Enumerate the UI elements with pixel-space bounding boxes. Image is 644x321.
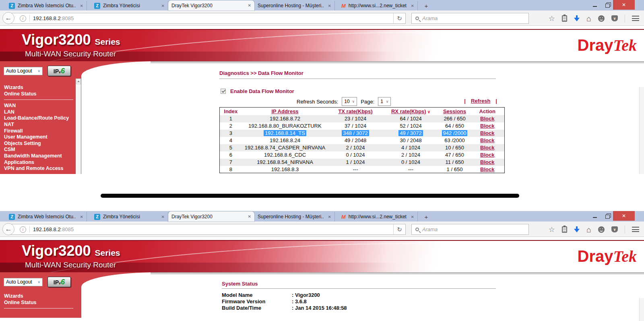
tab-close-icon[interactable] bbox=[328, 4, 331, 8]
status-field: Model Name : Vigor3200 bbox=[222, 292, 347, 298]
sidebar-item-online-status[interactable]: Online Status bbox=[4, 300, 76, 306]
sidebar-item-load-balance[interactable]: Load-Balance/Route Policy bbox=[4, 115, 76, 122]
restore-button[interactable] bbox=[601, 211, 613, 221]
hello-icon[interactable] bbox=[598, 226, 605, 233]
new-tab-button[interactable]: + bbox=[421, 212, 431, 221]
downloads-icon[interactable] bbox=[574, 15, 580, 22]
close-button[interactable] bbox=[613, 0, 635, 10]
block-link[interactable]: Block bbox=[480, 152, 494, 158]
auto-logout-select[interactable]: Auto Logout bbox=[4, 67, 43, 75]
restore-button[interactable] bbox=[601, 0, 613, 10]
url-bar[interactable]: 192.168.8.2:8085 bbox=[9, 224, 406, 235]
tab-zimbra-web[interactable]: Z Zimbra Web İstemcisi Otu... bbox=[6, 212, 87, 222]
tab-close-icon[interactable] bbox=[248, 214, 251, 219]
block-link[interactable]: Block bbox=[480, 145, 494, 151]
enable-monitor-checkbox[interactable] bbox=[221, 89, 226, 94]
col-sessions[interactable]: Sessions bbox=[439, 108, 471, 115]
tab-draytek-active[interactable]: DrayTek Vigor3200 bbox=[168, 211, 254, 222]
back-button[interactable] bbox=[2, 12, 14, 24]
tab-draytek-active[interactable]: DrayTek Vigor3200 bbox=[168, 0, 254, 10]
sidebar-item-lan[interactable]: LAN bbox=[4, 109, 76, 116]
ipv6-button[interactable]: IPv6 bbox=[47, 277, 71, 287]
block-link[interactable]: Block bbox=[480, 137, 494, 143]
refresh-seconds-select[interactable]: 10 bbox=[342, 97, 357, 106]
info-icon[interactable] bbox=[20, 226, 26, 233]
info-icon[interactable] bbox=[20, 15, 26, 22]
search-input[interactable]: Arama bbox=[411, 224, 529, 235]
bookmark-star-icon[interactable] bbox=[549, 226, 555, 233]
block-link[interactable]: Block bbox=[480, 130, 494, 136]
bookmarks-list-icon[interactable] bbox=[562, 15, 567, 22]
bookmark-star-icon[interactable] bbox=[549, 15, 555, 22]
tab-zimbra-admin[interactable]: Z Zimbra Yöneticisi bbox=[91, 1, 168, 10]
downloads-icon[interactable] bbox=[574, 226, 580, 233]
hamburger-menu-icon[interactable] bbox=[632, 227, 639, 232]
minimize-button[interactable] bbox=[589, 211, 601, 221]
pocket-icon[interactable] bbox=[611, 15, 618, 21]
tab-new-ticket[interactable]: M http://www.si...2.new_ticket bbox=[338, 212, 418, 222]
url-text[interactable]: 192.168.8.2:8085 bbox=[33, 226, 393, 232]
page-select[interactable]: 1 bbox=[378, 97, 391, 106]
home-icon[interactable] bbox=[586, 226, 591, 234]
minimize-button[interactable] bbox=[589, 0, 601, 10]
block-link[interactable]: Block bbox=[480, 159, 494, 165]
col-tx[interactable]: TX rate(Kbps) bbox=[328, 108, 383, 115]
col-rx[interactable]: RX rate(Kbps) bbox=[383, 108, 439, 115]
tab-zimbra-web[interactable]: Z Zimbra Web İstemcisi Otu... bbox=[6, 1, 87, 10]
tab-close-icon[interactable] bbox=[161, 215, 165, 219]
tab-superonline[interactable]: Superonline Hosting - Müşteri... bbox=[254, 212, 335, 222]
url-text[interactable]: 192.168.8.2:8085 bbox=[33, 15, 393, 21]
sidebar-item-online-status[interactable]: Online Status bbox=[4, 91, 76, 97]
sidebar-item-csm[interactable]: CSM bbox=[4, 147, 76, 153]
nav-toolbar: 192.168.8.2:8085 Arama bbox=[0, 10, 644, 26]
bookmarks-list-icon[interactable] bbox=[562, 226, 567, 233]
sidebar-item-firewall[interactable]: Firewall bbox=[4, 128, 76, 135]
sidebar-item-bandwidth-management[interactable]: Bandwidth Management bbox=[4, 153, 76, 159]
tab-close-icon[interactable] bbox=[248, 3, 251, 8]
sidebar-item-nat[interactable]: NAT bbox=[4, 122, 76, 128]
field-label: Model Name bbox=[222, 292, 292, 298]
pocket-icon[interactable] bbox=[611, 226, 618, 232]
tab-close-icon[interactable] bbox=[411, 4, 414, 8]
new-tab-button[interactable]: + bbox=[421, 1, 431, 10]
window-scrollbar[interactable] bbox=[639, 298, 644, 321]
reload-icon[interactable] bbox=[393, 224, 405, 234]
sidebar-item-vpn[interactable]: VPN and Remote Access bbox=[4, 166, 76, 172]
tab-close-icon[interactable] bbox=[328, 215, 331, 219]
ipv6-button[interactable]: IPv6 bbox=[47, 66, 71, 76]
sidebar-item-applications[interactable]: Applications bbox=[4, 159, 76, 166]
sidebar-cutoff bbox=[0, 318, 81, 321]
block-link[interactable]: Block bbox=[480, 123, 494, 129]
reload-icon[interactable] bbox=[393, 13, 405, 23]
hamburger-menu-icon[interactable] bbox=[632, 16, 639, 21]
sidebar-scrollbar[interactable] bbox=[76, 79, 81, 174]
window-controls bbox=[589, 211, 644, 221]
sidebar-item-wan[interactable]: WAN bbox=[4, 103, 76, 109]
tab-close-icon[interactable] bbox=[80, 4, 83, 8]
url-bar[interactable]: 192.168.8.2:8085 bbox=[9, 13, 406, 24]
sidebar-item-objects-setting[interactable]: Objects Setting bbox=[4, 141, 76, 147]
col-action: Action bbox=[471, 108, 505, 115]
close-button[interactable] bbox=[613, 211, 635, 221]
window-scrollbar[interactable] bbox=[639, 87, 644, 174]
sidebar-item-wizards[interactable]: Wizards bbox=[4, 293, 76, 300]
block-link[interactable]: Block bbox=[480, 116, 494, 122]
tab-close-icon[interactable] bbox=[161, 4, 165, 8]
auto-logout-select[interactable]: Auto Logout bbox=[4, 278, 43, 286]
home-icon[interactable] bbox=[586, 14, 591, 23]
col-ip[interactable]: IP Address bbox=[242, 108, 328, 115]
sidebar-item-wizards[interactable]: Wizards bbox=[4, 85, 76, 91]
block-link[interactable]: Block bbox=[480, 166, 494, 172]
sidebar-item-user-management[interactable]: User Management bbox=[4, 134, 76, 141]
tab-title: Zimbra Web İstemcisi Otu... bbox=[18, 214, 76, 220]
tab-new-ticket[interactable]: M http://www.si...2.new_ticket bbox=[338, 1, 418, 10]
back-button[interactable] bbox=[2, 223, 14, 235]
hello-icon[interactable] bbox=[598, 15, 605, 22]
tab-zimbra-admin[interactable]: Z Zimbra Yöneticisi bbox=[91, 212, 168, 222]
tab-close-icon[interactable] bbox=[411, 215, 414, 219]
scroll-up-arrow[interactable] bbox=[76, 79, 81, 84]
tab-superonline[interactable]: Superonline Hosting - Müşteri... bbox=[254, 1, 335, 10]
refresh-link[interactable]: Refresh bbox=[471, 98, 490, 104]
tab-close-icon[interactable] bbox=[80, 215, 83, 219]
search-input[interactable]: Arama bbox=[411, 13, 529, 24]
